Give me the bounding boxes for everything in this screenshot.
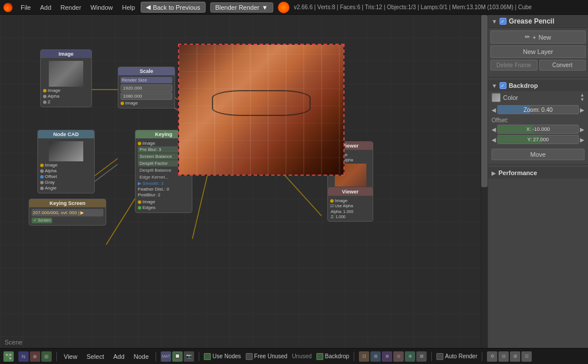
icon-btn-1[interactable]: ⊡ bbox=[359, 351, 369, 362]
new-layer-label: New Layer bbox=[523, 48, 554, 55]
settings-icon-1[interactable]: ⚙ bbox=[487, 351, 497, 362]
scene-label: Scene bbox=[5, 339, 22, 346]
zoom-row: ◀ Zoom: 0.40 ▶ bbox=[488, 104, 588, 115]
delete-convert-row: Delete Frame Convert bbox=[490, 60, 586, 71]
zoom-left-arrow[interactable]: ◀ bbox=[492, 107, 496, 113]
menu-window[interactable]: Window bbox=[87, 3, 116, 12]
settings-icon-3[interactable]: ⊞ bbox=[510, 351, 520, 362]
y-offset-field: ◀ Y: 27.000 ▶ bbox=[492, 135, 585, 144]
menu-add[interactable]: Add bbox=[37, 3, 55, 12]
node-cad[interactable]: Node CAD Image Alpha Offset Gray bbox=[37, 130, 95, 193]
render-engine-button[interactable]: Blender Render ▼ bbox=[210, 2, 273, 13]
y-right-arrow[interactable]: ▶ bbox=[580, 137, 585, 143]
viewer2-z-val: Z: 1.000 bbox=[330, 214, 370, 219]
icon-btn-5[interactable]: ⊕ bbox=[405, 351, 415, 362]
svg-line-6 bbox=[106, 199, 135, 245]
use-nodes-toggle[interactable]: Use Nodes bbox=[204, 353, 241, 360]
main-area: Image Image Alpha Z bbox=[0, 15, 588, 348]
color-down-arrow[interactable]: ▼ bbox=[580, 98, 585, 102]
settings-icon-4[interactable]: ⊡ bbox=[521, 351, 532, 362]
scale-image-output: Image bbox=[121, 100, 172, 106]
x-right-arrow[interactable]: ▶ bbox=[580, 126, 585, 133]
back-arrow-icon: ◀ bbox=[146, 3, 150, 11]
image-node[interactable]: Image Image Alpha Z bbox=[40, 49, 92, 107]
node-type-icon-3[interactable]: ⊞ bbox=[41, 351, 52, 362]
key-in-dot bbox=[138, 142, 141, 145]
backdrop-checkbox[interactable]: ✓ bbox=[500, 82, 506, 89]
convert-label: Convert bbox=[552, 62, 572, 68]
new-layer-button[interactable]: New Layer bbox=[490, 45, 586, 58]
backdrop-checkbox-icon bbox=[316, 353, 323, 360]
backdrop-toggle[interactable]: Backdrop bbox=[316, 353, 349, 360]
icon-btn-3[interactable]: ⊗ bbox=[382, 351, 392, 362]
backdrop-header[interactable]: ▼ ✓ Backdrop bbox=[488, 80, 588, 91]
z-dot-icon bbox=[43, 100, 47, 104]
right-panel: ▼ ✓ Grease Pencil ✏ + New New Layer Dele… bbox=[488, 15, 588, 348]
kscreen-btn[interactable]: ✓ Screen bbox=[32, 218, 52, 223]
x-value-display[interactable]: X: -10.000 bbox=[497, 125, 579, 134]
unused-hint: Unused bbox=[292, 353, 311, 359]
y-value-display[interactable]: Y: 27.000 bbox=[497, 135, 579, 144]
free-unused-checkbox-icon bbox=[246, 353, 253, 360]
separator-6 bbox=[482, 352, 482, 361]
delete-frame-button[interactable]: Delete Frame bbox=[490, 60, 537, 71]
icon-btn-4[interactable]: ⊙ bbox=[393, 351, 404, 362]
y-left-arrow[interactable]: ◀ bbox=[492, 137, 496, 143]
menu-file[interactable]: File bbox=[17, 3, 34, 12]
bottom-select[interactable]: Select bbox=[84, 352, 107, 361]
free-unused-toggle[interactable]: Free Unused bbox=[246, 353, 288, 360]
gp-expand-icon[interactable]: ▼ bbox=[492, 18, 497, 25]
performance-title: Performance bbox=[498, 169, 537, 176]
bottom-icons-group: MAT 🔲 📷 bbox=[161, 351, 194, 362]
scale-node-header: Scale bbox=[118, 67, 175, 75]
bottom-bar: N ⊕ ⊞ View Select Add Node MAT 🔲 📷 Use N… bbox=[0, 348, 588, 364]
back-to-previous-button[interactable]: ◀ Back to Previous bbox=[141, 2, 206, 13]
free-unused-label: Free Unused bbox=[254, 353, 288, 359]
cad-thumb bbox=[49, 141, 83, 161]
auto-render-toggle[interactable]: Auto Render bbox=[436, 353, 477, 360]
texture-icon[interactable]: 🔲 bbox=[172, 351, 183, 362]
separator-1 bbox=[56, 352, 57, 361]
info-text: v2.66.6 | Verts:8 | Faces:6 | Tris:12 | … bbox=[294, 4, 532, 10]
perf-expand-icon[interactable]: ▶ bbox=[492, 170, 496, 176]
backdrop-expand-icon[interactable]: ▼ bbox=[492, 83, 497, 89]
menu-render[interactable]: Render bbox=[57, 3, 84, 12]
use-nodes-checkbox-icon bbox=[204, 353, 211, 360]
grease-pencil-header: ▼ ✓ Grease Pencil bbox=[488, 15, 588, 28]
x-left-arrow[interactable]: ◀ bbox=[492, 126, 496, 133]
node-editor-icon[interactable] bbox=[3, 351, 14, 362]
delete-frame-label: Delete Frame bbox=[496, 62, 531, 68]
bottom-view[interactable]: View bbox=[61, 352, 80, 361]
node-type-icon-2[interactable]: ⊕ bbox=[30, 351, 40, 362]
settings-icon-2[interactable]: ⊟ bbox=[498, 351, 509, 362]
vertical-scrollbar[interactable] bbox=[481, 15, 488, 348]
bottom-node[interactable]: Node bbox=[131, 352, 151, 361]
icon-btn-6[interactable]: ⊠ bbox=[416, 351, 427, 362]
menu-help[interactable]: Help bbox=[119, 3, 139, 12]
scale-out-dot bbox=[121, 102, 124, 105]
bottom-add[interactable]: Add bbox=[111, 352, 127, 361]
image-thumbnail bbox=[49, 61, 83, 87]
material-icon[interactable]: MAT bbox=[161, 351, 171, 362]
new-button[interactable]: ✏ + New bbox=[490, 30, 586, 44]
move-button[interactable]: Move bbox=[492, 149, 585, 160]
scale-y-val: 1080.000 bbox=[121, 92, 172, 100]
icon-btn-2[interactable]: ⊞ bbox=[370, 351, 381, 362]
performance-header[interactable]: ▶ Performance bbox=[488, 167, 588, 179]
convert-button[interactable]: Convert bbox=[539, 60, 586, 71]
node-type-icon-1[interactable]: N bbox=[18, 351, 29, 362]
gp-enabled-checkbox[interactable]: ✓ bbox=[500, 18, 506, 25]
scale-node[interactable]: Scale Render Size 1920.000 1080.000 Imag… bbox=[118, 67, 175, 109]
zoom-slider[interactable]: Zoom: 0.40 bbox=[497, 105, 579, 114]
keying-screen-node[interactable]: Keying Screen 207.000/000, vvt: 000 | ▶ … bbox=[29, 199, 106, 226]
top-bar: File Add Render Window Help ◀ Back to Pr… bbox=[0, 0, 588, 15]
render-icon[interactable]: 📷 bbox=[184, 351, 194, 362]
k-edges-out bbox=[138, 206, 141, 210]
viewer2-node[interactable]: Viewer Image ☑ Use Alpha Alpha: 1.000 Z:… bbox=[327, 187, 373, 222]
node-editor[interactable]: Image Image Alpha Z bbox=[0, 15, 488, 348]
scroll-thumb[interactable] bbox=[481, 15, 488, 187]
zoom-right-arrow[interactable]: ▶ bbox=[580, 107, 585, 113]
auto-render-checkbox-icon bbox=[436, 353, 443, 360]
node-viewport[interactable]: Image Image Alpha Z bbox=[0, 15, 488, 348]
render-dropdown-icon: ▼ bbox=[262, 4, 268, 11]
